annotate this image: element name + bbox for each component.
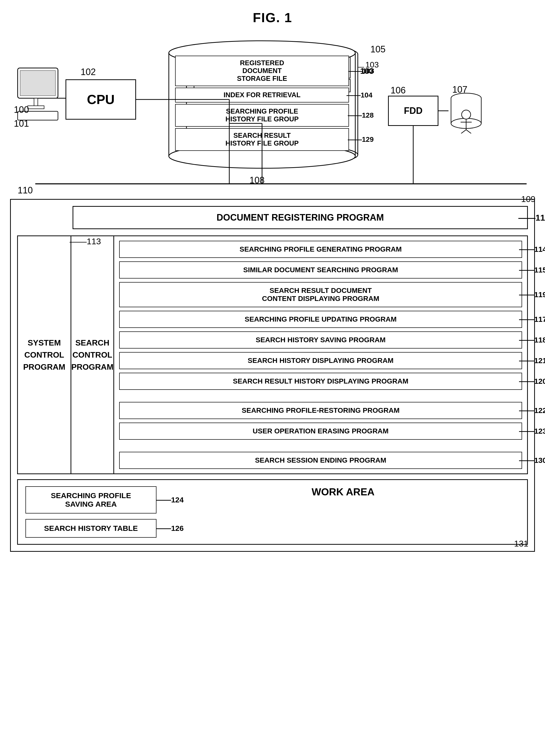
search-control-label: SEARCH CONTROL PROGRAM [71,236,114,473]
program-item-115: SIMILAR DOCUMENT SEARCHING PROGRAM ——115 [119,261,522,279]
memory-box-126: SEARCH HISTORY TABLE ——126 [25,519,156,538]
svg-rect-17 [20,71,55,96]
ref-108: 108 [249,175,264,186]
storage-box-3: SEARCHING PROFILE HISTORY FILE GROUP——12… [175,104,349,127]
page-container: FIG. 1 REGISTERED DOCUMENT 103 STORAGE F… [0,0,545,756]
search-control-inner: SEARCH CONTROL PROGRAM SEARCHING PROFILE… [71,236,527,473]
programs-list: SEARCHING PROFILE GENERATING PROGRAM ——1… [114,236,527,473]
svg-rect-18 [34,98,38,106]
system-control-box: SYSTEM CONTROL PROGRAM [17,235,71,474]
gap-spacer-2 [119,443,522,448]
storage-box-1: REGISTERED DOCUMENT STORAGE FILE 103 ——1… [175,56,349,86]
program-item-120: SEARCH RESULT HISTORY DISPLAYING PROGRAM… [119,373,522,390]
software-section: 109 DOCUMENT REGISTERING PROGRAM ——112 S… [10,199,535,552]
ref-105: 105 [370,44,386,55]
program-item-117: SEARCHING PROFILE UPDATING PROGRAM ——117 [119,311,522,328]
search-control-outer: ——113 SEARCH CONTROL PROGRAM SEARCHING P… [71,235,528,474]
memory-area: SEARCHING PROFILE SAVING AREA——124 SEARC… [17,479,528,545]
storage-box-4: SEARCH RESULT HISTORY FILE GROUP——129 [175,128,349,151]
disk-icon [449,91,484,133]
memory-boxes: SEARCHING PROFILE SAVING AREA——124 SEARC… [25,486,156,538]
memory-box-124: SEARCHING PROFILE SAVING AREA——124 [25,486,156,513]
program-item-119: SEARCH RESULT DOCUMENT CONTENT DISPLAYIN… [119,282,522,307]
storage-boxes: REGISTERED DOCUMENT STORAGE FILE 103 ——1… [175,54,349,152]
cylinder-container: REGISTERED DOCUMENT STORAGE FILE 103 ——1… [161,40,363,170]
svg-rect-19 [28,106,44,109]
ref-131: ——131 [497,539,528,548]
program-item-114: SEARCHING PROFILE GENERATING PROGRAM ——1… [119,241,522,258]
storage-box-2: INDEX FOR RETRIEVAL ——104 [175,88,349,102]
ref-113: ——113 [69,236,101,246]
program-item-122: SEARCHING PROFILE-RESTORING PROGRAM ——12… [119,402,522,419]
work-area-label: WORK AREA [312,486,375,498]
work-area: WORK AREA [166,486,520,498]
svg-line-29 [461,130,466,133]
gap-spacer-1 [119,393,522,398]
svg-line-30 [466,130,471,133]
program-item-123: USER OPERATION ERASING PROGRAM ——123 [119,423,522,440]
program-item-118: SEARCH HISTORY SAVING PROGRAM ——118 [119,331,522,349]
ref-102: 102 [81,67,96,77]
cpu-box: CPU [65,79,136,120]
program-item-121: SEARCH HISTORY DISPLAYING PROGRAM ——121 [119,352,522,369]
program-item-130: SEARCH SESSION ENDING PROGRAM ——130 [119,452,522,469]
doc-reg-bar: DOCUMENT REGISTERING PROGRAM ——112 [73,206,528,229]
figure-title: FIG. 1 [10,10,535,25]
ref-101: 101 [14,118,29,129]
ref-107: 107 [452,84,467,95]
ref-110: 110 [18,185,33,196]
svg-point-26 [462,110,471,119]
ref-106: 106 [391,85,406,96]
programs-area: SYSTEM CONTROL PROGRAM ——113 SEARCH CONT… [17,235,528,474]
fdd-box: FDD [388,96,438,126]
ref-109: 109 [521,194,535,204]
hardware-diagram: REGISTERED DOCUMENT 103 STORAGE FILE [10,40,535,196]
ref-112-inline: ——112 [518,213,545,223]
ref-100: 100 [14,105,29,115]
